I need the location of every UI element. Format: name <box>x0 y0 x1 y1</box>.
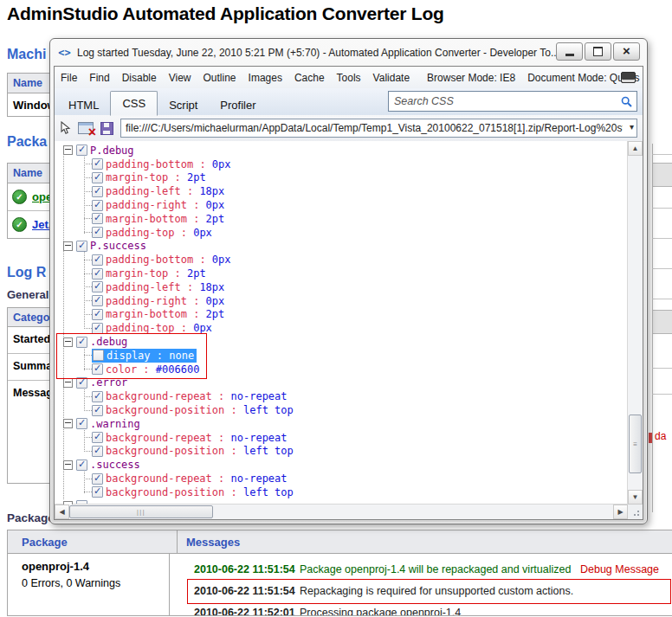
css-selector-row[interactable]: .debug <box>58 335 628 349</box>
css-selector-row[interactable]: P.success <box>58 240 628 254</box>
unpin-window-icon[interactable] <box>621 72 636 83</box>
resize-grip[interactable] <box>628 505 643 519</box>
css-property-row[interactable]: margin-top : 2pt <box>58 267 628 280</box>
checkbox-checked-icon[interactable] <box>92 268 103 280</box>
css-selector-row[interactable]: .warning <box>58 417 628 431</box>
page: AdminStudio Automated Application Conver… <box>0 0 672 617</box>
css-property-row[interactable]: padding-right : 0px <box>58 294 628 308</box>
css-property-row[interactable]: padding-bottom : 0px <box>58 253 628 267</box>
checkbox-checked-icon[interactable] <box>76 418 87 429</box>
stylesheet-selector[interactable]: file:///C:/Users/michaelurman/AppData/Lo… <box>120 119 637 138</box>
browser-mode-label[interactable]: Browser Mode: IE8 <box>421 68 521 87</box>
css-property-row[interactable]: padding-right : 0px <box>58 198 628 212</box>
clear-browser-cache-icon[interactable] <box>78 122 94 134</box>
checkbox-checked-icon[interactable] <box>76 460 87 471</box>
minimize-button[interactable] <box>556 42 583 61</box>
checkbox-checked-icon[interactable] <box>92 405 103 416</box>
expand-minus-icon[interactable] <box>63 145 73 155</box>
css-property-row[interactable]: padding-left : 18px <box>58 280 628 294</box>
checkbox-checked-icon[interactable] <box>92 254 103 266</box>
css-property-row[interactable]: padding-bottom : 0px <box>58 157 628 171</box>
property: padding-bottom : 0px <box>92 157 231 171</box>
css-property-row[interactable]: background-position : left top <box>58 403 628 417</box>
expand-minus-icon[interactable] <box>63 378 73 388</box>
scroll-down-button[interactable]: ▼ <box>628 490 643 505</box>
css-property-row[interactable]: padding-top : 0px <box>58 226 628 240</box>
checkbox-unchecked-icon[interactable] <box>93 350 104 361</box>
menu-item-outline[interactable]: Outline <box>197 68 242 87</box>
checkbox-checked-icon[interactable] <box>92 473 103 485</box>
checkbox-checked-icon[interactable] <box>92 446 103 457</box>
expand-minus-icon[interactable] <box>63 501 73 505</box>
horizontal-scrollbar[interactable]: ◀ ||| ▶ <box>55 504 628 519</box>
css-property-row[interactable]: padding-top : 0px <box>58 321 628 335</box>
checkbox-checked-icon[interactable] <box>76 241 87 252</box>
css-property-row[interactable]: padding-left : 18px <box>58 184 628 198</box>
menu-item-tools[interactable]: Tools <box>331 68 367 87</box>
scroll-up-button[interactable]: ▲ <box>628 141 643 156</box>
scroll-left-button[interactable]: ◀ <box>55 505 69 519</box>
vertical-scrollbar[interactable]: ▲ ≡ ▼ <box>627 141 643 505</box>
css-selector-row[interactable]: P.debug <box>58 144 628 157</box>
css-property-row[interactable]: background-position : left top <box>58 445 628 459</box>
checkbox-checked-icon[interactable] <box>92 295 103 306</box>
close-icon: × <box>623 44 630 57</box>
css-property-row[interactable]: margin-top : 2pt <box>58 171 628 185</box>
search-icon[interactable] <box>621 96 632 107</box>
menu-item-disable[interactable]: Disable <box>116 68 163 87</box>
checkbox-checked-icon[interactable] <box>76 377 87 389</box>
css-selector-row[interactable]: .success <box>58 458 628 472</box>
checkbox-checked-icon[interactable] <box>76 145 87 156</box>
tab-profiler[interactable]: Profiler <box>209 94 267 115</box>
save-icon[interactable] <box>100 122 113 135</box>
menu-item-view[interactable]: View <box>163 68 197 87</box>
checkbox-checked-icon[interactable] <box>92 323 103 334</box>
menu-item-file[interactable]: File <box>55 68 83 87</box>
dropdown-arrow-icon[interactable]: ▾ <box>630 122 634 132</box>
css-rule-group: P.successpadding-bottom : 0pxmargin-top … <box>58 240 628 336</box>
css-selector-label: .success <box>90 459 140 471</box>
search-input[interactable] <box>389 95 621 107</box>
close-button[interactable]: × <box>613 42 640 61</box>
menu-item-validate[interactable]: Validate <box>367 68 416 87</box>
expand-minus-icon[interactable] <box>63 460 73 470</box>
checkbox-checked-icon[interactable] <box>92 213 103 224</box>
checkbox-checked-icon[interactable] <box>92 281 103 292</box>
success-check-icon: ✓ <box>12 190 27 204</box>
css-property-row[interactable]: background-repeat : no-repeat <box>58 431 628 445</box>
css-property-row[interactable]: background-repeat : no-repeat <box>58 472 628 485</box>
select-element-icon[interactable] <box>60 121 71 135</box>
css-property-row[interactable]: margin-bottom : 2pt <box>58 308 628 322</box>
checkbox-checked-icon[interactable] <box>92 486 103 498</box>
menu-item-images[interactable]: Images <box>242 68 288 87</box>
checkbox-checked-icon[interactable] <box>92 200 103 211</box>
expand-minus-icon[interactable] <box>63 241 73 251</box>
css-property-row[interactable]: margin-bottom : 2pt <box>58 212 628 226</box>
menu-item-find[interactable]: Find <box>83 68 115 87</box>
menu-item-cache[interactable]: Cache <box>288 68 331 87</box>
scroll-right-button[interactable]: ▶ <box>613 505 628 519</box>
checkbox-checked-icon[interactable] <box>92 391 103 402</box>
checkbox-checked-icon[interactable] <box>92 158 103 170</box>
tab-html[interactable]: HTML <box>57 94 110 115</box>
css-property-row[interactable]: display : none <box>58 349 628 363</box>
restore-button[interactable] <box>585 42 611 61</box>
vertical-scrollbar-thumb[interactable]: ≡ <box>629 415 642 473</box>
checkbox-checked-icon[interactable] <box>92 309 103 320</box>
css-property-row[interactable]: color : #006600 <box>58 363 628 376</box>
expand-minus-icon[interactable] <box>63 419 73 428</box>
tab-script[interactable]: Script <box>158 94 209 115</box>
checkbox-checked-icon[interactable] <box>92 172 103 183</box>
horizontal-scrollbar-thumb[interactable]: ||| <box>69 505 213 518</box>
checkbox-checked-icon[interactable] <box>76 337 87 348</box>
checkbox-checked-icon[interactable] <box>92 227 103 238</box>
css-selector-row[interactable]: .error <box>58 376 628 390</box>
css-property-row[interactable]: background-position : left top <box>58 485 628 499</box>
css-property-row[interactable]: background-repeat : no-repeat <box>58 389 628 403</box>
checkbox-checked-icon[interactable] <box>92 186 103 197</box>
checkbox-checked-icon[interactable] <box>92 363 103 375</box>
table-row-line <box>652 368 672 369</box>
expand-minus-icon[interactable] <box>63 337 73 347</box>
tab-css[interactable]: CSS <box>110 91 158 116</box>
checkbox-checked-icon[interactable] <box>92 432 103 443</box>
